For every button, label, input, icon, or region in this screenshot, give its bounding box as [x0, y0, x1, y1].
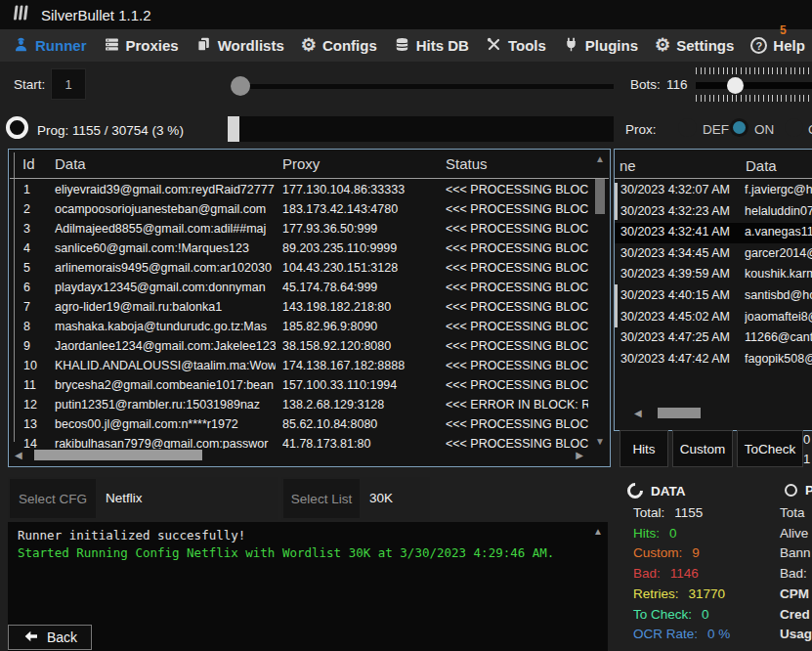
bots-slider-thumb[interactable] — [727, 77, 744, 94]
nav-item-tools[interactable]: Tools — [486, 36, 546, 56]
nav-item-help[interactable]: ? Help — [750, 37, 805, 54]
nav-label: Configs — [322, 37, 377, 54]
cell-data: f.javiergc@ho — [745, 183, 812, 196]
progress-bar — [228, 116, 614, 142]
table-row[interactable]: 10KHALID.ANDALOUSSI@taalim.ma:Wow174.138… — [10, 357, 588, 376]
log-line: Runner initialized succesfully! — [18, 528, 245, 542]
cell-status: <<< PROCESSING BLOCK: R — [446, 320, 588, 333]
nav-bar: Runner Proxies Wordlists ⚙ Configs Hits … — [0, 29, 812, 62]
nav-label: Wordlists — [218, 37, 284, 54]
col-header-id[interactable]: Id — [22, 155, 35, 172]
cell-time: 30/2023 4:32:23 AM — [620, 204, 742, 218]
cell-id: 3 — [23, 222, 49, 236]
table-row[interactable]: 30/2023 4:32:07 AMf.javiergc@ho — [615, 181, 812, 201]
table-row[interactable]: 30/2023 4:47:25 AM11266@cante — [615, 328, 812, 349]
nav-item-wordlists[interactable]: Wordlists — [195, 36, 284, 56]
table-row[interactable]: 14rakibulhasan7979@gmail.com:passwor41.7… — [10, 435, 588, 449]
col-header-proxy[interactable]: Proxy — [282, 155, 320, 172]
select-cfg-button[interactable]: Select CFG — [10, 479, 96, 518]
vertical-scrollbar[interactable]: ▲ ▼ — [591, 152, 609, 447]
progress-fill — [228, 116, 239, 142]
cell-id: 13 — [23, 417, 49, 431]
log-line: Started Running Config Netflix with Word… — [18, 545, 554, 560]
table-row[interactable]: 30/2023 4:40:15 AMsantisbd@hot — [615, 286, 812, 307]
start-slider-thumb[interactable] — [231, 76, 250, 96]
prox-radio-off[interactable] — [785, 118, 803, 137]
table-row[interactable]: 6playdayx12345@gmail.com:donnyman45.174.… — [10, 279, 588, 298]
scroll-up-icon[interactable]: ▲ — [591, 153, 609, 164]
col-header-status[interactable]: Status — [446, 155, 488, 172]
cell-data: garcer2014@ — [745, 246, 812, 260]
nav-item-proxies[interactable]: Proxies — [104, 36, 179, 56]
nav-item-runner[interactable]: Runner — [13, 36, 87, 56]
table-row[interactable]: 12putin12351@rambler.ru:15031989naz138.2… — [10, 396, 588, 415]
scroll-left-icon[interactable]: ◀ — [15, 450, 22, 460]
clipped-count-bottom: 1 — [803, 452, 810, 466]
table-row[interactable]: 5arlinemorais9495@gmail.com:ar102030104.… — [10, 259, 588, 279]
nav-item-hitsdb[interactable]: Hits DB — [394, 36, 469, 56]
table-row[interactable]: 8mashaka.kaboja@tundurudc.go.tz:Mas185.8… — [10, 318, 588, 337]
nav-label: Plugins — [585, 37, 638, 54]
table-row[interactable]: 13becos00.jl@gmail.com:n****r197285.62.1… — [10, 415, 588, 435]
cell-data: sanlice60@gmail.com:!Marques123 — [55, 241, 276, 255]
clipped-count-top: 0 — [803, 432, 810, 447]
table-row[interactable]: 30/2023 4:32:23 AMhelaluddin072 — [615, 202, 812, 223]
table-row[interactable]: 7agro-lider19@mail.ru:balonka1143.198.18… — [10, 298, 588, 318]
table-row[interactable]: 30/2023 4:34:45 AMgarcer2014@ — [615, 244, 812, 265]
select-list-button[interactable]: Select List — [283, 479, 360, 518]
horizontal-scrollbar[interactable]: ◀ ▶ — [11, 448, 587, 463]
nav-item-plugins[interactable]: Plugins — [563, 36, 638, 56]
prox-radio-def[interactable] — [678, 118, 697, 137]
start-slider-track[interactable] — [232, 84, 614, 89]
scroll-up-icon[interactable]: ▲ — [591, 526, 605, 537]
stat-label: Hits: — [633, 526, 660, 541]
table-row[interactable]: 9Jaordanlee1234@gmail.com:Jakelee12338.1… — [10, 337, 588, 357]
notification-badge: 5 — [780, 23, 787, 37]
col-header-data[interactable]: Data — [746, 157, 777, 174]
table-row[interactable]: 1eliyevraid39@gmail.com:reydRaid72777177… — [10, 181, 588, 200]
cell-data: fagopik508@ — [745, 352, 812, 366]
nav-item-settings[interactable]: ⚙ Settings — [655, 37, 734, 54]
nav-label: Proxies — [126, 37, 179, 54]
scrollbar-thumb[interactable] — [595, 179, 605, 214]
log-console[interactable]: Runner initialized succesfully!Started R… — [8, 522, 608, 651]
scroll-down-icon[interactable]: ▼ — [591, 436, 609, 447]
stat-label: To Check: — [633, 607, 692, 622]
stat-value: 1155 — [674, 505, 703, 520]
table-row[interactable]: 30/2023 4:32:41 AMa.vanegas11@ — [615, 223, 812, 243]
bots-slider-track[interactable] — [696, 82, 812, 89]
cell-data: brycesha2@gmail.combeanie1017:bean — [55, 378, 276, 392]
cell-status: <<< PROCESSING BLOCK: R — [446, 222, 588, 236]
tab-hits[interactable]: Hits — [620, 430, 668, 467]
scrollbar-thumb[interactable] — [34, 450, 202, 460]
table-row[interactable]: 30/2023 4:45:02 AMjoaomaftei8@ — [615, 308, 812, 328]
header-divider — [615, 178, 812, 179]
tab-custom[interactable]: Custom — [672, 430, 733, 467]
table-row[interactable]: 30/2023 4:39:59 AMkoushik.karma — [615, 265, 812, 285]
cell-data: Jaordanlee1234@gmail.com:Jakelee123 — [55, 339, 276, 353]
scroll-right-icon[interactable]: ▶ — [576, 450, 583, 460]
scroll-left-icon[interactable]: ◀ — [634, 408, 642, 418]
start-input[interactable]: 1 — [51, 68, 86, 100]
database-icon — [394, 36, 410, 56]
pages-icon — [195, 36, 212, 56]
stat-row: Bad:1146 — [633, 566, 699, 581]
cell-status: <<< PROCESSING BLOCK: R — [446, 339, 588, 353]
nav-item-configs[interactable]: ⚙ Configs — [301, 37, 377, 54]
nav-label: Runner — [35, 37, 87, 54]
back-button[interactable]: Back — [8, 625, 92, 650]
table-row[interactable]: 30/2023 4:47:42 AMfagopik508@ — [615, 350, 812, 370]
proxy-stat-label: Cred — [780, 607, 810, 622]
col-header-data[interactable]: Data — [55, 155, 86, 172]
prox-radio-on[interactable] — [730, 118, 748, 137]
scrollbar-thumb[interactable] — [658, 408, 701, 418]
proxy-stat-label: Usag — [780, 627, 812, 641]
table-row[interactable]: 4sanlice60@gmail.com:!Marques12389.203.2… — [10, 239, 588, 259]
tab-tocheck[interactable]: ToCheck — [737, 430, 803, 467]
col-header-time-clipped[interactable]: ne — [620, 157, 636, 174]
cell-id: 12 — [23, 398, 49, 412]
table-row[interactable]: 3Adilmajeed8855@gmail.com:adil##maj177.9… — [10, 220, 588, 239]
table-row[interactable]: 11brycesha2@gmail.combeanie1017:bean157.… — [10, 376, 588, 396]
table-row[interactable]: 2ocampoosoriojuanesteban@gmail.com183.17… — [10, 200, 588, 220]
gear-icon: ⚙ — [655, 37, 670, 54]
